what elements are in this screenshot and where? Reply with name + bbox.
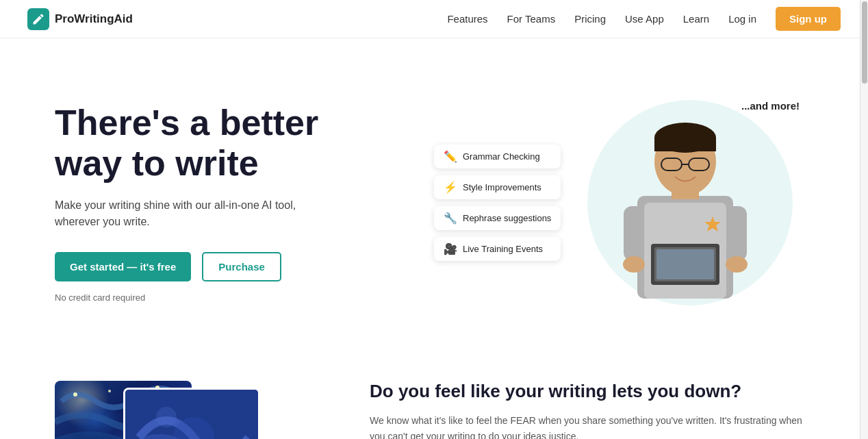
nav-use-app[interactable]: Use App [625,13,664,25]
nav-features[interactable]: Features [447,13,487,25]
nav-learn[interactable]: Learn [683,13,709,25]
svg-rect-11 [656,249,714,279]
image-front [123,388,260,439]
nav-for-teams[interactable]: For Teams [507,13,556,25]
section2-title: Do you feel like your writing lets you d… [370,381,813,402]
svg-rect-12 [624,206,644,261]
hero-left: There's a better way to write Make your … [55,103,434,303]
nav-login[interactable]: Log in [728,13,756,25]
feature-badge-grammar: ✏️ Grammar Checking [434,145,561,168]
person-svg [610,100,761,305]
grammar-icon: ✏️ [444,150,457,163]
hero-right: ...and more! ✏️ Grammar Checking ⚡ Style… [434,79,813,326]
scrollbar-thumb[interactable] [862,1,867,84]
purchase-button[interactable]: Purchase [202,252,281,281]
get-started-button[interactable]: Get started — it's free [55,252,191,281]
section2-right: Do you feel like your writing lets you d… [370,381,813,439]
hero-subtitle: Make your writing shine with our all-in-… [55,197,434,230]
section2-images: My idea in my head [55,381,329,439]
logo-svg [31,12,45,26]
svg-point-18 [108,390,111,392]
style-icon: ⚡ [444,181,457,194]
logo-link[interactable]: ProWritingAid [27,8,133,30]
training-icon: 🎥 [444,242,457,255]
feature-badge-rephrase: 🔧 Rephrase suggestions [434,206,561,230]
grammar-label: Grammar Checking [463,151,540,162]
logo-icon [27,8,49,30]
abstract-svg [125,390,260,439]
rephrase-icon: 🔧 [444,212,457,225]
logo-text: ProWritingAid [55,12,133,26]
signup-button[interactable]: Sign up [776,7,841,31]
svg-rect-5 [654,138,716,151]
svg-point-15 [726,256,748,273]
nav-links: Features For Teams Pricing Use App Learn… [447,7,841,31]
hero-note: No credit card required [55,292,434,303]
svg-point-14 [623,256,645,273]
hero-features: ✏️ Grammar Checking ⚡ Style Improvements… [434,145,561,261]
training-label: Live Training Events [463,244,543,254]
nav-pricing[interactable]: Pricing [574,13,606,25]
style-label: Style Improvements [463,182,541,192]
hero-title: There's a better way to write [55,103,434,184]
hero-section: There's a better way to write Make your … [0,38,868,353]
section2-text: We know what it's like to feel the FEAR … [370,413,813,439]
svg-rect-13 [726,206,747,261]
hero-buttons: Get started — it's free Purchase [55,252,434,281]
navbar: ProWritingAid Features For Teams Pricing… [0,0,868,38]
section2: My idea in my head Do you feel like your… [0,353,868,439]
feature-badge-style: ⚡ Style Improvements [434,175,561,199]
rephrase-label: Rephrase suggestions [463,213,551,223]
page-scrollbar[interactable] [860,0,868,439]
hero-person-illustration [610,100,761,305]
svg-point-17 [73,392,77,397]
feature-badge-training: 🎥 Live Training Events [434,237,561,261]
svg-point-26 [156,407,177,427]
